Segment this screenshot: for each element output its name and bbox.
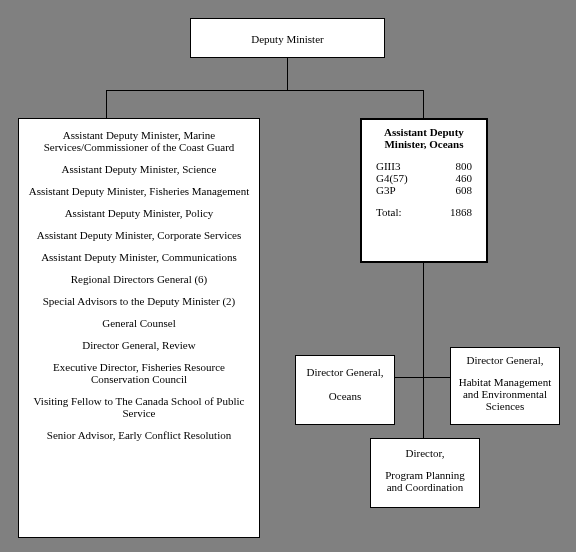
peers-list-box: Assistant Deputy Minister, Marine Servic… [18, 118, 260, 538]
adm-oceans-title: Assistant Deputy Minister, Oceans [368, 126, 480, 150]
peer-item: Executive Director, Fisheries Resource C… [25, 361, 253, 385]
adm-row: G3P608 [368, 184, 480, 196]
adm-row: G4(57)460 [368, 172, 480, 184]
dg-oceans-box: Director General, Oceans [295, 355, 395, 425]
adm-total-value: 1868 [450, 206, 472, 218]
peer-item: Assistant Deputy Minister, Policy [25, 207, 253, 219]
peer-item: General Counsel [25, 317, 253, 329]
deputy-minister-label: Deputy Minister [251, 33, 323, 45]
peer-item: Assistant Deputy Minister, Corporate Ser… [25, 229, 253, 241]
director-line1: Director, [377, 447, 473, 459]
peer-item: Visiting Fellow to The Canada School of … [25, 395, 253, 419]
adm-row-code: G3P [376, 184, 396, 196]
peer-item: Assistant Deputy Minister, Science [25, 163, 253, 175]
deputy-minister-box: Deputy Minister [190, 18, 385, 58]
adm-row-value: 800 [456, 160, 473, 172]
peer-item: Director General, Review [25, 339, 253, 351]
peer-item: Senior Advisor, Early Conflict Resolutio… [25, 429, 253, 441]
dg-habitat-line2: Habitat Management and Environmental Sci… [457, 376, 553, 412]
adm-total-row: Total:1868 [368, 206, 480, 218]
peer-item: Regional Directors General (6) [25, 273, 253, 285]
peer-item: Assistant Deputy Minister, Marine Servic… [25, 129, 253, 153]
dg-oceans-line2: Oceans [302, 390, 388, 402]
adm-oceans-box: Assistant Deputy Minister, Oceans GIII38… [360, 118, 488, 263]
adm-row: GIII3800 [368, 160, 480, 172]
adm-row-value: 608 [456, 184, 473, 196]
adm-row-code: GIII3 [376, 160, 400, 172]
peer-item: Assistant Deputy Minister, Communication… [25, 251, 253, 263]
director-line2: Program Planning and Coordination [377, 469, 473, 493]
dg-oceans-line1: Director General, [302, 366, 388, 378]
dg-habitat-box: Director General, Habitat Management and… [450, 347, 560, 425]
adm-row-code: G4(57) [376, 172, 408, 184]
adm-row-value: 460 [456, 172, 473, 184]
peer-item: Special Advisors to the Deputy Minister … [25, 295, 253, 307]
adm-total-label: Total: [376, 206, 402, 218]
peer-item: Assistant Deputy Minister, Fisheries Man… [25, 185, 253, 197]
director-ppc-box: Director, Program Planning and Coordinat… [370, 438, 480, 508]
dg-habitat-line1: Director General, [457, 354, 553, 366]
